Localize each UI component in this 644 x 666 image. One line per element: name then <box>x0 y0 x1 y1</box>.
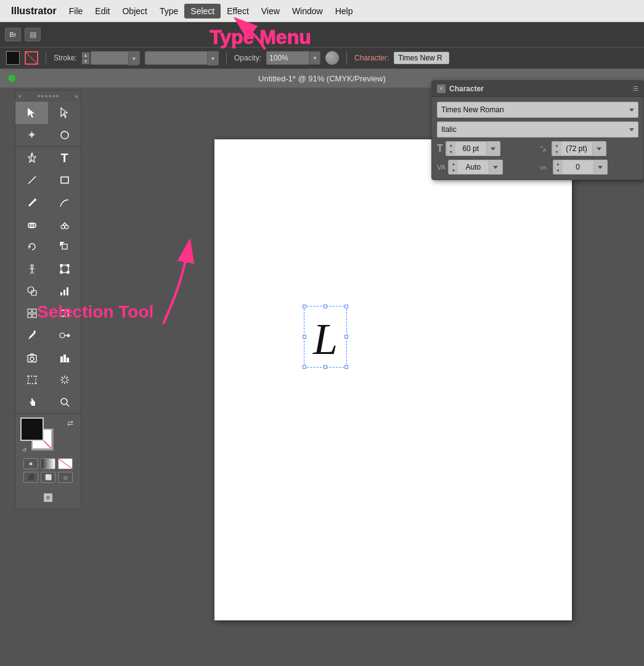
panel-menu-btn[interactable]: ☰ <box>633 85 638 92</box>
character-link[interactable]: Character: <box>354 54 389 62</box>
stroke-up[interactable]: ▲ <box>82 52 89 58</box>
tracking-up[interactable]: ▲ <box>554 160 563 167</box>
tracking-arrows[interactable]: ▲ ▼ <box>553 160 563 174</box>
line-tool-btn[interactable] <box>15 169 48 191</box>
tracking-dropdown[interactable] <box>593 160 607 175</box>
draw-outside-btn[interactable]: ◎ <box>58 472 73 483</box>
font-size-up[interactable]: ▲ <box>447 142 455 149</box>
font-size-dropdown[interactable] <box>486 141 500 156</box>
menu-item-window[interactable]: Window <box>286 4 329 18</box>
handle-tl[interactable] <box>303 305 306 308</box>
stroke-dropdown-arrow[interactable]: ▼ <box>128 52 139 65</box>
leading-arrows[interactable]: ▲ ▼ <box>552 142 561 155</box>
rotate-tool-btn[interactable] <box>15 236 48 258</box>
tracking-down[interactable]: ▼ <box>554 167 563 174</box>
puppet-warp-btn[interactable] <box>15 258 48 280</box>
solid-mode-btn[interactable]: ■ <box>23 458 38 469</box>
magic-wand2-btn[interactable] <box>48 369 81 391</box>
text-object[interactable]: L <box>304 306 347 368</box>
handle-tc[interactable] <box>324 305 327 308</box>
handle-bl[interactable] <box>303 365 306 369</box>
shape-builder-btn[interactable] <box>15 280 48 302</box>
tracking-value[interactable]: 0 <box>563 163 593 171</box>
opacity-value[interactable]: 100% <box>266 51 309 65</box>
leading-up[interactable]: ▲ <box>553 142 561 149</box>
leading-down[interactable]: ▼ <box>553 149 561 155</box>
handle-tr[interactable] <box>344 305 348 308</box>
draw-normal-btn[interactable]: ⬛ <box>23 472 38 483</box>
column-graph-btn[interactable] <box>48 347 81 369</box>
kerning-arrows[interactable]: ▲ ▼ <box>449 160 458 174</box>
character-font-value[interactable]: Times New R <box>394 52 449 64</box>
pencil-tool-btn[interactable] <box>15 191 48 213</box>
menu-item-file[interactable]: File <box>63 4 89 18</box>
toolbox-close-btn[interactable]: × <box>18 93 22 100</box>
scissors-tool-btn[interactable] <box>48 213 81 236</box>
menu-item-object[interactable]: Object <box>116 4 153 18</box>
lasso-tool-btn[interactable] <box>48 124 81 146</box>
zoom-tool-btn[interactable] <box>48 391 81 413</box>
pen-tool-btn[interactable] <box>15 147 48 169</box>
stroke-color[interactable] <box>25 51 38 65</box>
rounded-rect-btn[interactable] <box>48 302 81 324</box>
font-size-down[interactable]: ▼ <box>447 149 455 155</box>
kerning-up[interactable]: ▲ <box>449 160 458 167</box>
free-transform-btn[interactable] <box>48 258 81 280</box>
handle-mr[interactable] <box>344 335 348 339</box>
hand-tool-btn[interactable] <box>15 391 48 413</box>
selection-tool-btn[interactable] <box>15 102 48 124</box>
kerning-dropdown[interactable] <box>489 160 502 175</box>
smooth-tool-btn[interactable] <box>48 191 81 213</box>
chart-btn[interactable] <box>48 280 81 302</box>
menu-item-type[interactable]: Type <box>153 4 184 18</box>
stroke-value-field[interactable]: ▼ <box>91 51 140 65</box>
gradient-mode-btn[interactable] <box>41 458 55 469</box>
reset-colors-btn[interactable]: ↺ <box>20 446 29 454</box>
pixel-tool-btn[interactable] <box>15 302 48 324</box>
swap-colors-btn[interactable]: ⇄ <box>65 417 76 429</box>
handle-br[interactable] <box>344 365 348 369</box>
leading-dropdown[interactable] <box>592 141 606 156</box>
kerning-value[interactable]: Auto <box>458 163 489 171</box>
foreground-color-swatch[interactable] <box>20 417 44 441</box>
handle-bc[interactable] <box>324 365 327 369</box>
tracking-spinbox[interactable]: ▲ ▼ 0 <box>553 160 608 175</box>
menu-item-select[interactable]: Select <box>184 4 221 18</box>
kerning-spinbox[interactable]: ▲ ▼ Auto <box>448 160 503 175</box>
leading-value[interactable]: (72 pt) <box>561 144 592 153</box>
font-size-spinbox[interactable]: ▲ ▼ 60 pt <box>446 141 500 156</box>
eyedropper-btn[interactable] <box>15 324 48 347</box>
scale-tool-btn[interactable] <box>48 236 81 258</box>
camera-btn[interactable] <box>15 347 48 369</box>
direct-selection-tool-btn[interactable] <box>48 102 81 124</box>
menu-item-illustrator[interactable]: Illustrator <box>5 3 63 19</box>
toolbox-collapse-btn[interactable]: « <box>75 93 78 100</box>
artboard-btn[interactable] <box>19 489 77 506</box>
font-size-arrows[interactable]: ▲ ▼ <box>446 142 455 155</box>
font-style-dropdown[interactable]: Italic <box>437 121 638 138</box>
bridge-button[interactable]: Br <box>5 28 21 41</box>
magic-wand-tool-btn[interactable]: ✦ <box>15 124 48 146</box>
draw-inside-btn[interactable]: ⬜ <box>41 472 55 483</box>
eraser-tool-btn[interactable] <box>15 213 48 236</box>
kerning-down[interactable]: ▼ <box>449 167 458 174</box>
workspace-button[interactable]: ▤ <box>25 28 41 41</box>
variable-width-field[interactable]: ▼ <box>145 51 219 65</box>
variable-width-arrow[interactable]: ▼ <box>207 52 218 65</box>
stroke-down[interactable]: ▼ <box>82 59 89 64</box>
fill-color[interactable] <box>6 51 20 65</box>
panel-close-btn[interactable]: × <box>437 84 446 93</box>
leading-spinbox[interactable]: ▲ ▼ (72 pt) <box>552 141 606 156</box>
none-mode-btn[interactable] <box>58 458 73 469</box>
type-tool-btn[interactable]: T <box>48 147 81 169</box>
crop-marks-btn[interactable] <box>15 369 48 391</box>
menu-item-help[interactable]: Help <box>329 4 359 18</box>
rectangle-tool-btn[interactable] <box>48 169 81 191</box>
window-dot[interactable] <box>7 74 16 83</box>
toolbox-header[interactable]: × « <box>15 91 81 102</box>
stroke-arrows[interactable]: ▲ ▼ <box>82 52 89 64</box>
menu-item-effect[interactable]: Effect <box>221 4 255 18</box>
blend-tool-btn[interactable] <box>48 324 81 347</box>
globe-icon[interactable] <box>325 51 339 65</box>
opacity-dropdown-arrow[interactable]: ▼ <box>309 51 320 65</box>
